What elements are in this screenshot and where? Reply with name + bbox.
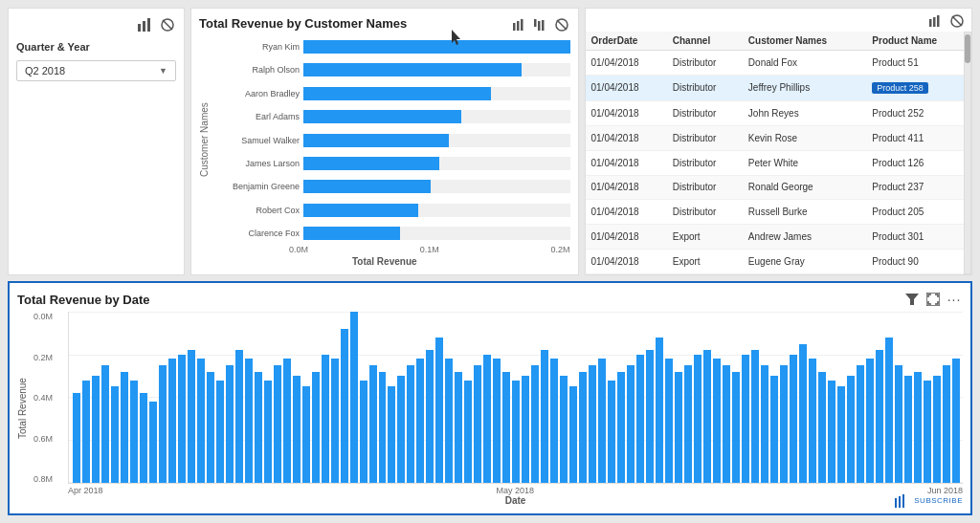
- subscribe-badge[interactable]: SUBSCRIBE: [894, 494, 963, 508]
- svg-rect-10: [542, 20, 545, 31]
- bar-label: Clarence Fox: [213, 229, 300, 238]
- table-panel: OrderDateChannelCustomer NamesProduct Na…: [585, 8, 973, 275]
- svg-rect-9: [538, 21, 541, 31]
- ts-bar: [168, 359, 176, 483]
- bar-track: [303, 227, 570, 240]
- ts-bar: [761, 365, 768, 483]
- subscribe-label: SUBSCRIBE: [914, 496, 963, 505]
- ts-bar: [885, 338, 893, 483]
- table-cell: 01/04/2018: [586, 101, 667, 126]
- bar-label: Samuel Walker: [213, 136, 300, 145]
- table-cell: Andrew James: [743, 225, 867, 250]
- bar-fill: [303, 180, 431, 193]
- bar-icon-1[interactable]: [511, 16, 528, 33]
- table-cell: Distributor: [667, 150, 743, 175]
- bar-chart-x-title: Total Revenue: [199, 256, 570, 267]
- table-row: 01/04/2018DistributorPeter WhiteProduct …: [586, 150, 972, 175]
- ts-bar: [360, 381, 368, 483]
- table-header-cell: Customer Names: [743, 32, 867, 51]
- table-cell: Distributor: [667, 75, 743, 100]
- bar-track: [303, 204, 570, 217]
- svg-line-17: [952, 16, 962, 26]
- ts-bar: [235, 350, 243, 483]
- table-row: 01/04/2018DistributorJeffrey PhillipsPro…: [586, 75, 972, 100]
- ts-bar: [101, 365, 109, 483]
- ts-bar: [866, 359, 874, 483]
- ts-y-tick: 0.2M: [33, 353, 64, 362]
- ts-bar: [73, 393, 80, 483]
- ts-bar: [589, 365, 596, 483]
- bar-icon-2[interactable]: [532, 16, 549, 33]
- ts-bar: [569, 386, 577, 483]
- ts-bar: [694, 355, 702, 483]
- table-cell: Export: [667, 250, 743, 274]
- bar-fill: [303, 63, 522, 76]
- table-bar-icon[interactable]: [927, 12, 945, 30]
- bar-chart-icons: [511, 16, 570, 33]
- table-cell-product: Product 126: [866, 150, 971, 175]
- ts-bar: [790, 355, 797, 483]
- bar-chart-y-label: Customer Names: [199, 37, 210, 243]
- bar-chart-no-icon[interactable]: [553, 16, 570, 33]
- bar-fill: [303, 87, 491, 100]
- ts-bar: [159, 365, 167, 483]
- ts-bar: [245, 359, 253, 483]
- chevron-down-icon: ▼: [159, 66, 167, 76]
- ts-bar: [723, 365, 730, 483]
- ts-bar: [914, 372, 922, 483]
- ts-bar: [799, 344, 807, 483]
- filter-value: Q2 2018: [25, 65, 65, 76]
- ts-bar: [149, 402, 157, 483]
- svg-rect-14: [933, 17, 936, 27]
- filter-icon[interactable]: [903, 291, 921, 308]
- table-header-cell: Product Name: [866, 32, 971, 51]
- ts-bar: [493, 359, 501, 483]
- table-scrollbar[interactable]: [964, 32, 971, 274]
- ts-bar: [111, 386, 119, 483]
- table-cell: Donald Fox: [743, 51, 867, 76]
- ts-bar: [464, 381, 472, 483]
- dashboard: Quarter & Year Q2 2018 ▼ Total Revenue b…: [0, 0, 980, 523]
- more-icon[interactable]: ···: [946, 291, 963, 308]
- bar-fill: [303, 110, 461, 123]
- expand-icon[interactable]: [924, 291, 942, 308]
- ts-bar: [857, 365, 864, 483]
- ts-bar: [732, 372, 740, 483]
- table-cell: 01/04/2018: [586, 175, 667, 200]
- ts-bar: [952, 359, 960, 483]
- table-no-icon[interactable]: [948, 12, 966, 30]
- bar-chart-header: Total Revenue by Customer Names: [199, 16, 570, 33]
- ts-bar: [895, 365, 902, 483]
- ts-bar: [522, 376, 529, 483]
- table-cell: Distributor: [667, 175, 743, 200]
- ts-bar: [264, 381, 272, 483]
- ts-bar: [828, 381, 835, 483]
- no-data-icon[interactable]: [159, 16, 176, 33]
- table-cell: Russell Burke: [743, 200, 867, 225]
- table-row: 01/04/2018DistributorDonald FoxProduct 5…: [586, 51, 972, 76]
- ts-bar: [274, 365, 281, 483]
- bar-label: Aaron Bradley: [213, 89, 300, 98]
- filter-dropdown[interactable]: Q2 2018 ▼: [16, 60, 176, 81]
- table-cell: Distributor: [667, 125, 743, 150]
- ts-bar: [474, 365, 481, 483]
- table-row: 01/04/2018DistributorJohn ReyesProduct 2…: [586, 101, 972, 126]
- ts-bar: [751, 350, 759, 483]
- scrollbar-thumb[interactable]: [965, 34, 970, 63]
- ts-bar: [82, 381, 90, 483]
- ts-bar: [426, 350, 434, 483]
- bar-label: Robert Cox: [213, 206, 300, 215]
- table-cell-product: Product 301: [866, 225, 971, 250]
- table-cell: Jeffrey Phillips: [743, 75, 867, 100]
- table-cell-product: Product 205: [866, 200, 971, 225]
- ts-bar: [703, 350, 711, 483]
- bar-chart-icon[interactable]: [136, 16, 153, 33]
- svg-rect-1: [143, 21, 145, 32]
- table-cell: 01/04/2018: [586, 51, 667, 76]
- ts-bar: [130, 381, 138, 483]
- bar-row: Clarence Fox: [213, 224, 570, 243]
- table-cell: 01/04/2018: [586, 250, 667, 274]
- table-header-cell: Channel: [667, 32, 743, 51]
- ts-bar: [876, 350, 883, 483]
- ts-bar: [445, 359, 453, 483]
